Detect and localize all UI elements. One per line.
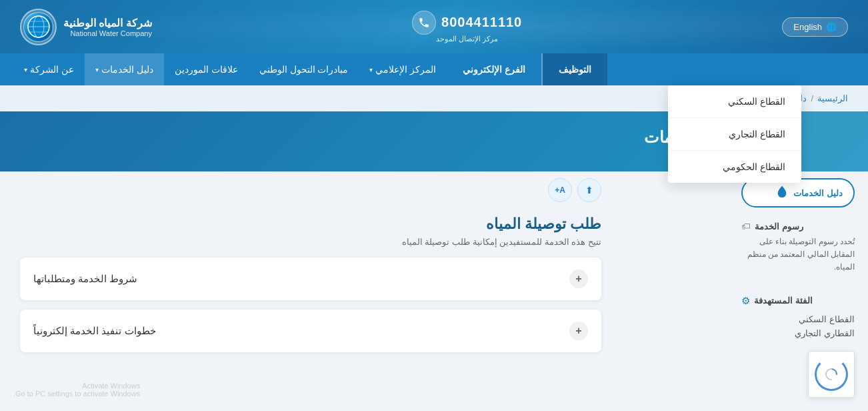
phone-icon bbox=[412, 11, 436, 35]
english-label: English bbox=[793, 22, 822, 32]
fees-section-title: رسوم الخدمة 🏷 bbox=[741, 221, 855, 232]
services-dropdown: القطاع السكني القطاع التجاري القطاع الحك… bbox=[668, 85, 801, 183]
nav-media-label: المركز الإعلامي bbox=[375, 64, 436, 75]
nav-item-about[interactable]: عن الشركة ▾ bbox=[13, 53, 85, 85]
nav-services-label: دليل الخدمات bbox=[101, 64, 153, 75]
fees-label: رسوم الخدمة bbox=[755, 222, 803, 232]
nav-suppliers-label: علاقات الموردين bbox=[175, 64, 238, 75]
contact-area: 8004411110 مركز الإتصال الموحد bbox=[412, 11, 522, 43]
company-logo bbox=[20, 9, 57, 45]
nav-about-label: عن الشركة bbox=[30, 64, 74, 75]
fees-icon: 🏷 bbox=[741, 221, 751, 232]
nav-item-media[interactable]: المركز الإعلامي ▾ bbox=[359, 53, 447, 85]
page-title-section: طلب توصيلة المياه تتيح هذه الخدمة للمستف… bbox=[20, 216, 601, 247]
dropdown-item-commercial[interactable]: القطاع التجاري bbox=[668, 118, 801, 151]
about-chevron-icon: ▾ bbox=[24, 66, 27, 73]
globe-icon: 🌐 bbox=[826, 22, 837, 32]
main-content: ⬆ A+ طلب توصيلة المياه تتيح هذه الخدمة ل… bbox=[0, 111, 735, 405]
water-drop-icon bbox=[776, 185, 788, 201]
accordion-conditions-title: شروط الخدمة ومتطلباتها bbox=[33, 273, 137, 285]
plus-icon: + bbox=[575, 273, 581, 285]
logo-area: شركة المياه الوطنية National Water Compa… bbox=[20, 9, 152, 45]
dropdown-item-residential[interactable]: القطاع السكني bbox=[668, 85, 801, 118]
share-button[interactable]: ⬆ bbox=[577, 178, 601, 202]
logo-globe-icon bbox=[23, 12, 53, 42]
accordion-steps-title: خطوات تنفيذ الخدمة إلكترونياً bbox=[33, 325, 156, 337]
contact-number: 8004411110 bbox=[441, 15, 522, 30]
nav-right-buttons: التوظيف الفرع الإلكتروني bbox=[447, 53, 607, 85]
accordion-steps: + خطوات تنفيذ الخدمة إلكترونياً bbox=[20, 310, 601, 352]
services-chevron-icon: ▾ bbox=[95, 66, 99, 73]
top-header: 🌐 English 8004411110 مركز الإتصال الموحد… bbox=[0, 0, 868, 53]
accordion-steps-toggle[interactable]: + bbox=[569, 322, 588, 340]
english-button[interactable]: 🌐 English bbox=[782, 17, 848, 37]
page-main-title: طلب توصيلة المياه bbox=[20, 216, 601, 233]
service-tag-label: دليل الخدمات bbox=[793, 188, 843, 198]
accordion-conditions: + شروط الخدمة ومتطلباتها bbox=[20, 258, 601, 300]
nav-btn-ebranch[interactable]: الفرع الإلكتروني bbox=[447, 53, 543, 85]
plus-icon-2: + bbox=[575, 325, 581, 337]
nav-item-transformation[interactable]: مبادرات التحول الوطني bbox=[249, 53, 359, 85]
nav-transformation-label: مبادرات التحول الوطني bbox=[259, 64, 349, 75]
fees-description: تُحدد رسوم التوصيلة بناء على المقابل الم… bbox=[741, 236, 855, 284]
breadcrumb-sep-1: / bbox=[811, 93, 813, 103]
font-size-button[interactable]: A+ bbox=[548, 178, 572, 202]
captcha-widget[interactable] bbox=[808, 351, 855, 398]
share-icon: ⬆ bbox=[585, 185, 593, 195]
svg-point-1 bbox=[33, 16, 44, 37]
nav-item-suppliers[interactable]: علاقات الموردين bbox=[164, 53, 249, 85]
target-section-title: الفئة المستهدفة ⚙ bbox=[741, 295, 855, 307]
target-item-residential: القطاع السكني bbox=[741, 312, 855, 326]
nav-item-services[interactable]: دليل الخدمات ▾ bbox=[85, 53, 164, 85]
action-icons-row: ⬆ A+ bbox=[20, 178, 601, 202]
target-label: الفئة المستهدفة bbox=[754, 296, 813, 306]
target-item-commercial: القطاري التجاري bbox=[741, 326, 855, 340]
svg-point-0 bbox=[28, 16, 49, 37]
breadcrumb-home[interactable]: الرئيسية bbox=[817, 93, 848, 103]
main-nav: التوظيف الفرع الإلكتروني المركز الإعلامي… bbox=[0, 53, 868, 85]
dropdown-item-government[interactable]: القطاع الحكومي bbox=[668, 151, 801, 183]
target-icon: ⚙ bbox=[741, 295, 750, 307]
nav-btn-jobs[interactable]: التوظيف bbox=[543, 53, 607, 85]
logo-text: شركة المياه الوطنية National Water Compa… bbox=[63, 17, 152, 37]
company-name-ar: شركة المياه الوطنية bbox=[63, 17, 152, 29]
accordion-conditions-header[interactable]: + شروط الخدمة ومتطلباتها bbox=[20, 258, 601, 300]
font-size-icon: A+ bbox=[555, 185, 565, 195]
company-name-en: National Water Company bbox=[63, 29, 152, 37]
captcha-icon bbox=[815, 358, 848, 391]
accordion-steps-header[interactable]: + خطوات تنفيذ الخدمة إلكترونياً bbox=[20, 310, 601, 352]
accordion-conditions-toggle[interactable]: + bbox=[569, 270, 588, 288]
contact-label: مركز الإتصال الموحد bbox=[436, 35, 498, 43]
media-chevron-icon: ▾ bbox=[369, 66, 373, 73]
page-subtitle: تتيح هذه الخدمة للمستفيدين إمكانية طلب ت… bbox=[20, 237, 601, 247]
